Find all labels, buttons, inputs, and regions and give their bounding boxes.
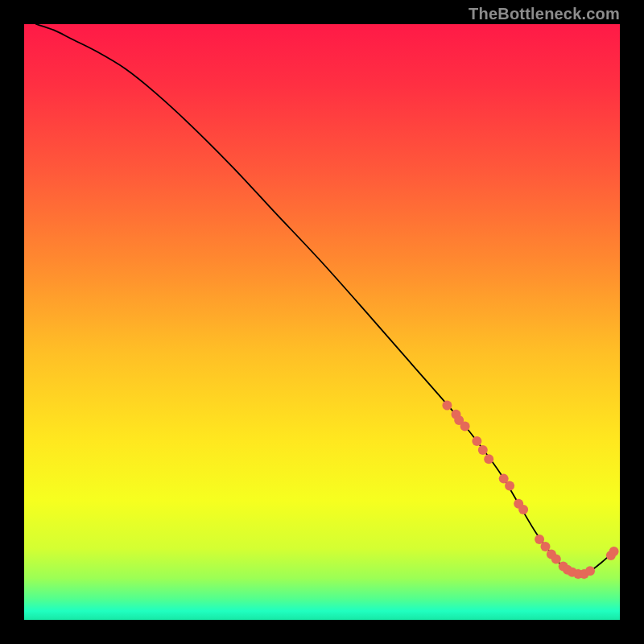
curve-marker — [609, 547, 619, 556]
curve-marker — [478, 445, 488, 455]
curve-marker — [442, 401, 452, 411]
curve-marker — [484, 454, 493, 464]
curve-marker — [585, 566, 595, 576]
plot-background — [24, 24, 620, 620]
watermark-text: TheBottleneck.com — [469, 5, 620, 23]
curve-marker — [505, 481, 514, 491]
curve-marker — [541, 542, 551, 551]
curve-marker — [551, 555, 561, 564]
chart-container: TheBottleneck.com — [0, 0, 644, 644]
curve-marker — [518, 505, 528, 514]
curve-marker — [472, 436, 481, 446]
bottleneck-curve-plot — [24, 24, 620, 620]
curve-marker — [460, 422, 470, 431]
